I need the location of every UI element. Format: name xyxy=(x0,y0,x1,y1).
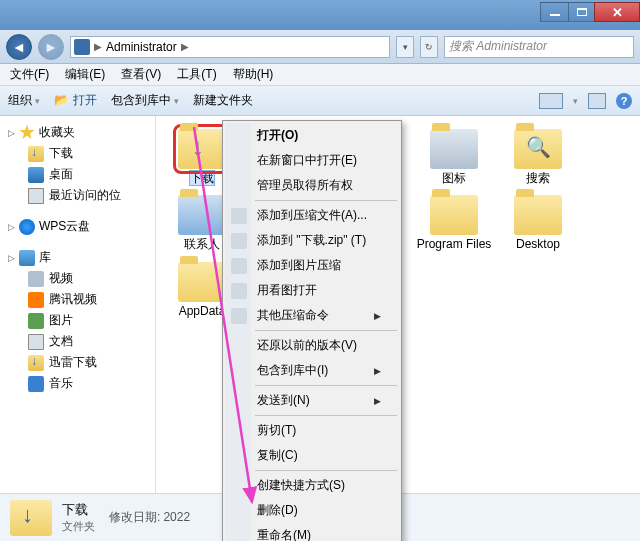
context-menu-item[interactable]: 包含到库中(I)▶ xyxy=(225,358,399,383)
folder-label: 联系人 xyxy=(184,237,220,251)
chevron-right-icon: ▶ xyxy=(374,311,381,321)
details-type: 文件夹 xyxy=(62,519,95,534)
folder-icon xyxy=(178,195,226,235)
sidebar-item-xunlei[interactable]: 迅雷下载 xyxy=(0,352,155,373)
folder-icon xyxy=(178,262,226,302)
context-menu-item[interactable]: 重命名(M) xyxy=(225,523,399,541)
chevron-right-icon: ▶ xyxy=(94,41,102,52)
sidebar-item-desktop[interactable]: 桌面 xyxy=(0,164,155,185)
menu-edit[interactable]: 编辑(E) xyxy=(59,64,111,85)
sidebar-item-txvideo[interactable]: 腾讯视频 xyxy=(0,289,155,310)
folder-item[interactable]: 搜索 xyxy=(500,126,576,188)
document-icon xyxy=(28,334,44,350)
menu-tools[interactable]: 工具(T) xyxy=(171,64,222,85)
back-button[interactable]: ◄ xyxy=(6,34,32,60)
maximize-button[interactable] xyxy=(568,2,595,22)
folder-icon xyxy=(430,129,478,169)
folder-icon xyxy=(514,195,562,235)
menu-item-label: 添加到 "下载.zip" (T) xyxy=(257,232,366,249)
context-menu-item[interactable]: 打开(O) xyxy=(225,123,399,148)
include-library-button[interactable]: 包含到库中 ▾ xyxy=(111,92,179,109)
menu-item-icon xyxy=(231,258,247,274)
folder-label: Desktop xyxy=(516,237,560,251)
context-menu-item[interactable]: 剪切(T) xyxy=(225,418,399,443)
menu-item-label: 删除(D) xyxy=(257,502,298,519)
minimize-button[interactable] xyxy=(540,2,569,22)
folder-item[interactable]: Desktop xyxy=(500,192,576,254)
context-menu-item[interactable]: 创建快捷方式(S) xyxy=(225,473,399,498)
search-input[interactable]: 搜索 Administrator xyxy=(444,36,634,58)
new-folder-button[interactable]: 新建文件夹 xyxy=(193,92,253,109)
folder-icon xyxy=(514,129,562,169)
menu-item-label: 打开(O) xyxy=(257,127,298,144)
menu-help[interactable]: 帮助(H) xyxy=(227,64,280,85)
context-menu-item[interactable]: 复制(C) xyxy=(225,443,399,468)
history-dropdown[interactable]: ▾ xyxy=(396,36,414,58)
menu-item-label: 用看图打开 xyxy=(257,282,317,299)
help-icon[interactable]: ? xyxy=(616,93,632,109)
star-icon xyxy=(19,125,35,141)
menu-item-label: 创建快捷方式(S) xyxy=(257,477,345,494)
menu-item-label: 管理员取得所有权 xyxy=(257,177,353,194)
toolbar: 组织 ▾ 📂 打开 包含到库中 ▾ 新建文件夹 ▾ ? xyxy=(0,86,640,116)
menu-item-label: 还原以前的版本(V) xyxy=(257,337,357,354)
menu-item-label: 复制(C) xyxy=(257,447,298,464)
menu-item-label: 其他压缩命令 xyxy=(257,307,329,324)
context-menu-item[interactable]: 其他压缩命令▶ xyxy=(225,303,399,328)
folder-label: 下载 xyxy=(190,171,214,185)
context-menu-item[interactable]: 删除(D) xyxy=(225,498,399,523)
wps-header[interactable]: ▷WPS云盘 xyxy=(0,216,155,237)
organize-button[interactable]: 组织 ▾ xyxy=(8,92,40,109)
forward-button[interactable]: ► xyxy=(38,34,64,60)
sidebar-item-music[interactable]: 音乐 xyxy=(0,373,155,394)
folder-item[interactable]: Program Files xyxy=(416,192,492,254)
library-header[interactable]: ▷库 xyxy=(0,247,155,268)
view-options-button[interactable] xyxy=(539,93,563,109)
sidebar-item-downloads[interactable]: 下载 xyxy=(0,143,155,164)
folder-label: 搜索 xyxy=(526,171,550,185)
menu-item-icon xyxy=(231,208,247,224)
user-icon xyxy=(74,39,90,55)
context-menu-item[interactable]: 添加到压缩文件(A)... xyxy=(225,203,399,228)
desktop-icon xyxy=(28,167,44,183)
folder-icon xyxy=(178,129,226,169)
sidebar-item-pictures[interactable]: 图片 xyxy=(0,310,155,331)
chevron-right-icon: ▶ xyxy=(374,396,381,406)
navigation-pane: ▷收藏夹 下载 桌面 最近访问的位 ▷WPS云盘 ▷库 视频 腾讯视频 图片 文… xyxy=(0,116,156,493)
menu-item-label: 在新窗口中打开(E) xyxy=(257,152,357,169)
sidebar-item-video[interactable]: 视频 xyxy=(0,268,155,289)
titlebar: ✕ xyxy=(0,0,640,30)
open-button[interactable]: 📂 打开 xyxy=(54,92,96,109)
folder-label: Program Files xyxy=(417,237,492,251)
folder-item[interactable]: 图标 xyxy=(416,126,492,188)
context-menu-item[interactable]: 添加到 "下载.zip" (T) xyxy=(225,228,399,253)
chevron-right-icon: ▶ xyxy=(181,41,189,52)
breadcrumb[interactable]: ▶ Administrator ▶ xyxy=(70,36,390,58)
music-icon xyxy=(28,376,44,392)
menu-item-label: 包含到库中(I) xyxy=(257,362,328,379)
close-button[interactable]: ✕ xyxy=(594,2,640,22)
context-menu-item[interactable]: 添加到图片压缩 xyxy=(225,253,399,278)
xunlei-icon xyxy=(28,355,44,371)
menu-item-label: 发送到(N) xyxy=(257,392,310,409)
context-menu: 打开(O)在新窗口中打开(E)管理员取得所有权添加到压缩文件(A)...添加到 … xyxy=(222,120,402,541)
details-thumbnail xyxy=(10,500,52,536)
menu-file[interactable]: 文件(F) xyxy=(4,64,55,85)
sidebar-item-documents[interactable]: 文档 xyxy=(0,331,155,352)
context-menu-item[interactable]: 在新窗口中打开(E) xyxy=(225,148,399,173)
refresh-button[interactable]: ↻ xyxy=(420,36,438,58)
menu-item-icon xyxy=(231,308,247,324)
menu-view[interactable]: 查看(V) xyxy=(115,64,167,85)
menu-bar: 文件(F) 编辑(E) 查看(V) 工具(T) 帮助(H) xyxy=(0,64,640,86)
favorites-header[interactable]: ▷收藏夹 xyxy=(0,122,155,143)
context-menu-item[interactable]: 用看图打开 xyxy=(225,278,399,303)
menu-item-icon xyxy=(231,283,247,299)
folder-icon xyxy=(430,195,478,235)
context-menu-item[interactable]: 还原以前的版本(V) xyxy=(225,333,399,358)
chevron-right-icon: ▶ xyxy=(374,366,381,376)
sidebar-item-recent[interactable]: 最近访问的位 xyxy=(0,185,155,206)
context-menu-item[interactable]: 管理员取得所有权 xyxy=(225,173,399,198)
search-placeholder: 搜索 Administrator xyxy=(449,38,547,55)
context-menu-item[interactable]: 发送到(N)▶ xyxy=(225,388,399,413)
preview-pane-button[interactable] xyxy=(588,93,606,109)
